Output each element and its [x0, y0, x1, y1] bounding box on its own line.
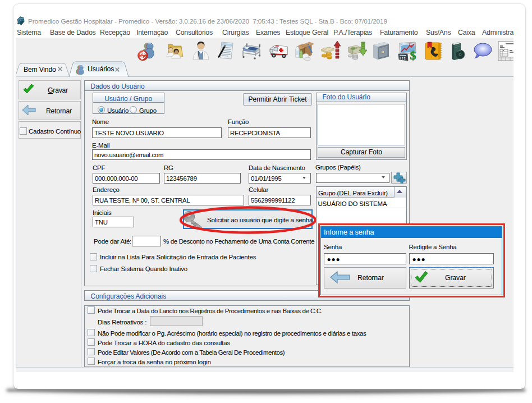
- svg-text:$: $: [410, 48, 416, 62]
